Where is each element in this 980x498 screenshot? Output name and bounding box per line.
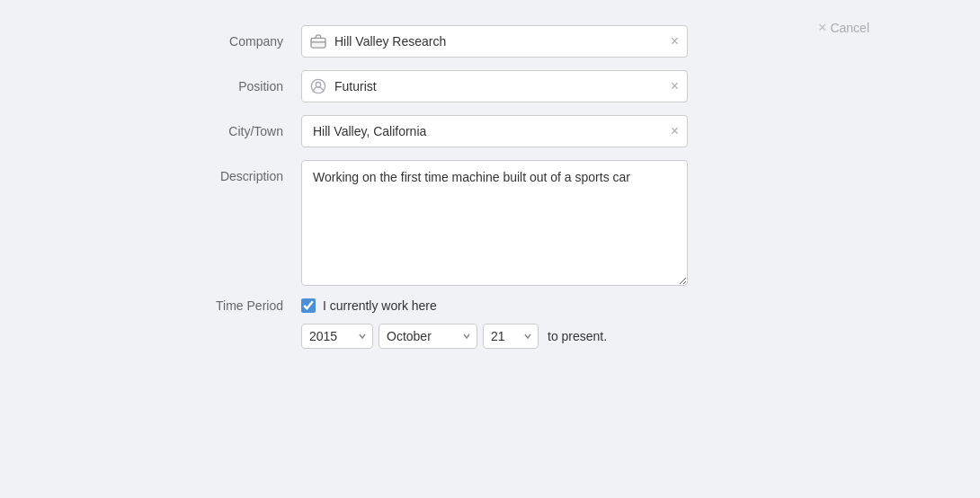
cancel-x-icon: × <box>818 20 826 36</box>
currently-work-here-wrapper: I currently work here <box>301 298 437 313</box>
day-select[interactable]: 1234 5678 9101112 13141516 17181920 2122… <box>483 324 539 349</box>
currently-work-here-label[interactable]: I currently work here <box>323 298 437 313</box>
city-clear-button[interactable]: × <box>669 122 681 140</box>
position-row: Position × <box>103 70 877 102</box>
svg-rect-0 <box>311 38 325 48</box>
month-select[interactable]: January February March April May June Ju… <box>379 324 477 349</box>
dialog-container: × Cancel Company × Position <box>103 16 877 349</box>
cancel-label: Cancel <box>830 21 869 35</box>
time-period-row: Time Period I currently work here <box>103 298 877 313</box>
briefcase-icon <box>310 33 326 49</box>
svg-point-3 <box>316 83 320 87</box>
company-input-wrapper: × <box>301 25 688 58</box>
position-input[interactable] <box>301 70 688 102</box>
company-row: Company × <box>103 25 877 58</box>
position-label: Position <box>103 70 301 102</box>
date-selectors-row: 2015 2014 2013 2012 2011 2010 January Fe… <box>301 324 877 349</box>
currently-work-here-checkbox[interactable] <box>301 298 316 313</box>
city-input[interactable] <box>301 115 688 147</box>
position-input-wrapper: × <box>301 70 688 102</box>
time-period-label: Time Period <box>103 298 301 313</box>
cancel-button[interactable]: × Cancel <box>811 16 877 40</box>
company-input[interactable] <box>301 25 688 58</box>
city-input-wrapper: × <box>301 115 688 147</box>
to-present-label: to present. <box>548 329 607 343</box>
position-clear-button[interactable]: × <box>669 77 681 95</box>
company-clear-button[interactable]: × <box>669 32 681 50</box>
description-textarea[interactable]: Working on the first time machine built … <box>301 160 688 286</box>
company-label: Company <box>103 25 301 58</box>
city-row: City/Town × <box>103 115 877 147</box>
person-icon <box>310 78 326 94</box>
city-label: City/Town <box>103 115 301 147</box>
description-label: Description <box>103 160 301 192</box>
description-row: Description Working on the first time ma… <box>103 160 877 286</box>
form-body: Company × Position <box>103 25 877 349</box>
year-select[interactable]: 2015 2014 2013 2012 2011 2010 <box>301 324 373 349</box>
